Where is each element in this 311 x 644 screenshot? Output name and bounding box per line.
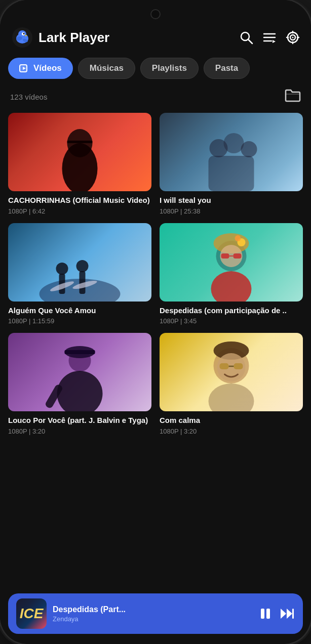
video-thumbnail: [8, 223, 151, 302]
video-meta: 1080P | 25:38: [160, 207, 303, 215]
phone-notch: [150, 9, 161, 19]
now-playing-artwork-text: ICE: [20, 607, 44, 621]
svg-point-29: [241, 141, 257, 157]
header-icons: [239, 30, 300, 45]
videos-grid: CACHORRINHAS (Official Music Video) 1080…: [0, 113, 311, 435]
tabs-container: Vídeos Músicas Playlists Pasta: [0, 55, 311, 86]
svg-rect-25: [67, 141, 93, 143]
video-count-row: 123 vídeos: [0, 86, 311, 113]
svg-rect-56: [234, 363, 243, 369]
app-title: Lark Player: [38, 30, 109, 46]
folder-icon[interactable]: [285, 88, 301, 106]
video-thumbnail: [160, 333, 303, 411]
svg-rect-55: [220, 363, 229, 369]
video-item[interactable]: I will steal you 1080P | 25:38: [160, 113, 303, 215]
svg-point-26: [62, 143, 98, 191]
video-thumbnail: [8, 333, 151, 411]
fast-forward-button[interactable]: [280, 607, 295, 621]
tab-playlists[interactable]: Playlists: [140, 58, 199, 79]
video-thumbnail: [160, 223, 303, 302]
app-header: Lark Player: [0, 22, 311, 55]
video-item[interactable]: Despedidas (com participação de .. 1080P…: [160, 223, 303, 325]
svg-rect-30: [209, 156, 254, 191]
video-item[interactable]: CACHORRINHAS (Official Music Video) 1080…: [8, 113, 151, 215]
svg-point-35: [76, 260, 89, 272]
video-title: CACHORRINHAS (Official Music Video): [8, 195, 151, 205]
app-logo: Lark Player: [11, 26, 109, 49]
now-playing-bar[interactable]: ICE Despedidas (Part... Zendaya: [8, 593, 303, 634]
svg-point-32: [56, 263, 68, 275]
video-item[interactable]: Alguém Que Você Amou 1080P | 1:15:59: [8, 223, 151, 325]
svg-point-4: [23, 33, 25, 34]
svg-marker-13: [273, 40, 276, 43]
svg-rect-63: [292, 609, 294, 619]
svg-marker-62: [287, 609, 292, 619]
svg-rect-49: [65, 350, 95, 354]
video-item[interactable]: Com calma 1080P | 3:20: [160, 333, 303, 435]
svg-point-46: [235, 235, 241, 241]
video-meta: 1080P | 3:45: [160, 317, 303, 325]
video-meta: 1080P | 6:42: [8, 207, 151, 215]
pause-button[interactable]: [258, 607, 273, 621]
now-playing-artwork: ICE: [16, 598, 47, 629]
video-title: Alguém Que Você Amou: [8, 306, 151, 316]
svg-point-58: [209, 383, 254, 411]
now-playing-artist: Zendaya: [53, 615, 252, 623]
svg-rect-42: [234, 253, 242, 259]
tab-pasta[interactable]: Pasta: [204, 58, 250, 79]
svg-line-9: [248, 39, 252, 44]
video-title: Com calma: [160, 415, 303, 425]
video-thumbnail: [8, 113, 151, 191]
svg-point-16: [292, 37, 294, 38]
app-logo-icon: [11, 26, 33, 49]
phone-screen: Lark Player: [0, 0, 311, 644]
video-meta: 1080P | 3:20: [8, 427, 151, 435]
svg-marker-61: [281, 609, 286, 619]
video-tab-icon: [19, 64, 29, 72]
video-meta: 1080P | 1:15:59: [8, 317, 151, 325]
svg-rect-59: [261, 609, 264, 619]
video-title: Louco Por Você (part. J. Balvin e Tyga): [8, 415, 151, 425]
svg-rect-60: [266, 609, 270, 619]
video-title: I will steal you: [160, 195, 303, 205]
now-playing-info: Despedidas (Part... Zendaya: [53, 605, 252, 623]
phone-frame: Lark Player: [0, 0, 311, 644]
video-title: Despedidas (com participação de ..: [160, 306, 303, 316]
queue-icon[interactable]: [262, 30, 277, 45]
now-playing-title: Despedidas (Part...: [53, 605, 252, 614]
video-item[interactable]: Louco Por Você (part. J. Balvin e Tyga) …: [8, 333, 151, 435]
now-playing-controls: [258, 607, 295, 621]
svg-point-44: [211, 271, 252, 302]
svg-rect-41: [221, 253, 229, 259]
target-icon[interactable]: [286, 30, 300, 45]
video-count-label: 123 vídeos: [10, 93, 47, 101]
video-thumbnail: [160, 113, 303, 191]
svg-point-28: [224, 133, 244, 153]
tab-videos[interactable]: Vídeos: [8, 58, 73, 79]
search-icon[interactable]: [239, 30, 253, 45]
video-meta: 1080P | 3:20: [160, 427, 303, 435]
tab-musicas[interactable]: Músicas: [78, 58, 135, 79]
